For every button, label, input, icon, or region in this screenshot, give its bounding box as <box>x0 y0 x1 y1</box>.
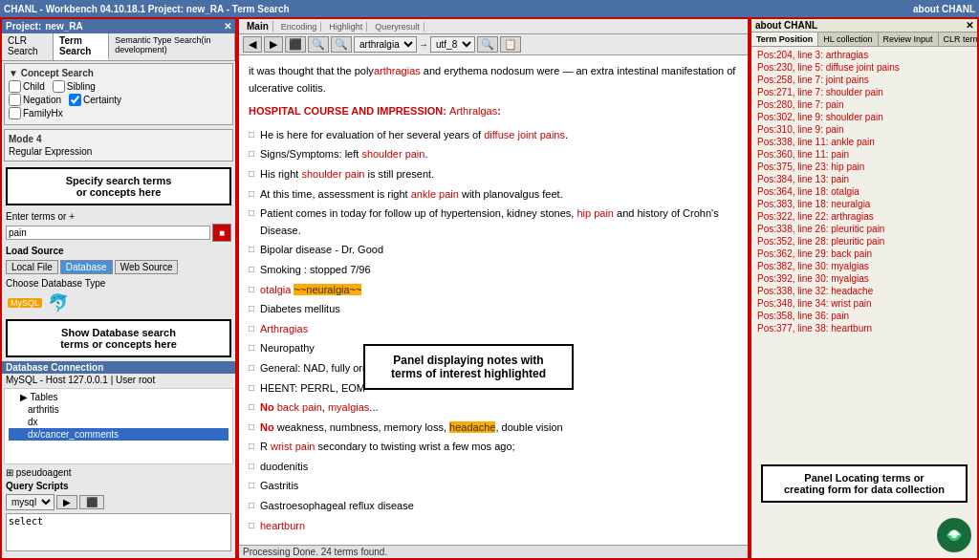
term-item-15[interactable]: Pos:338, line 26: pleuritic pain <box>755 223 973 235</box>
encoding-select[interactable]: utf_8 <box>430 36 475 53</box>
term-item-18[interactable]: Pos:382, line 30: myalgias <box>755 260 973 272</box>
term-item-20[interactable]: Pos:338, line 32: headache <box>755 285 973 297</box>
doc-line-6: □ At this time, assessment is right ankl… <box>249 185 738 205</box>
stop-btn[interactable]: ⬛ <box>285 36 306 53</box>
project-close[interactable]: ✕ <box>224 21 231 32</box>
familyhx-checkbox[interactable] <box>9 107 21 119</box>
mode-section: Mode 4 Regular Expression <box>4 129 233 162</box>
query-engine-select[interactable]: mysql <box>6 494 54 510</box>
line-marker-15: □ <box>249 380 260 396</box>
query-textarea[interactable]: select <box>6 513 231 551</box>
term-item-17[interactable]: Pos:362, line 29: back pain <box>755 248 973 260</box>
search-term-select[interactable]: arthralgia <box>354 36 417 53</box>
line-marker-17: □ <box>249 420 260 435</box>
doc-text-19: duodenitis <box>260 459 738 476</box>
database-btn[interactable]: Database <box>60 260 113 274</box>
tab-review-input[interactable]: Review Input <box>879 32 939 46</box>
document-content[interactable]: it was thought that the polyarthragias a… <box>239 55 748 545</box>
concept-checkbox-row3: FamilyHx <box>9 107 228 119</box>
zoom-in-btn[interactable]: 🔍 <box>308 36 329 53</box>
search-go-btn[interactable]: 🔍 <box>477 36 498 53</box>
doc-text-16: No back pain, myalgias... <box>260 399 738 417</box>
term-item-2[interactable]: Pos:230, line 5: diffuse joint pains <box>755 61 973 74</box>
tree-dx[interactable]: dx <box>9 416 228 428</box>
tab-clr-term-mapping[interactable]: CLR term mapping <box>939 32 979 46</box>
tab-term-position[interactable]: Term Position <box>751 32 818 46</box>
tab-clr-search[interactable]: CLR Search <box>2 33 54 60</box>
term-item-8[interactable]: Pos:338, line 11: ankle pain <box>755 136 973 148</box>
familyhx-checkbox-group[interactable]: FamilyHx <box>9 107 63 119</box>
doc-text-6: At this time, assessment is right ankle … <box>260 186 738 204</box>
term-item-21[interactable]: Pos:348, line 34: wrist pain <box>755 297 973 310</box>
line-marker-22: □ <box>249 518 260 533</box>
fwd-btn[interactable]: ▶ <box>264 36 283 53</box>
doc-line-3: □ He is here for evaluation of her sever… <box>249 126 738 145</box>
tree-dx-cancer[interactable]: dx/cancer_comments <box>9 428 228 441</box>
db-conn-header: Database Connection <box>2 361 235 374</box>
sibling-checkbox-group[interactable]: Sibling <box>53 80 96 93</box>
export-btn[interactable]: 📋 <box>500 36 521 53</box>
term-item-22[interactable]: Pos:358, line 36: pain <box>755 310 973 322</box>
child-checkbox-group[interactable]: Child <box>9 80 45 93</box>
negation-checkbox-group[interactable]: Negation <box>9 94 61 106</box>
line-marker-6: □ <box>249 186 260 202</box>
term-item-10[interactable]: Pos:375, line 23: hip pain <box>755 161 973 173</box>
doc-line-21: □ Gastroesophageal reflux disease <box>249 497 738 516</box>
term-item-3[interactable]: Pos:258, line 7: joint pains <box>755 74 973 86</box>
right-panel: about CHANL ✕ Term Position HL collectio… <box>750 17 979 560</box>
doc-text-8: Bipolar disease - Dr. Good <box>260 242 738 259</box>
search-input[interactable] <box>6 226 210 240</box>
negation-checkbox[interactable] <box>9 94 21 106</box>
db-callout: Show Database search terms or concepts h… <box>6 319 231 357</box>
web-source-btn[interactable]: Web Source <box>115 260 179 274</box>
search-button[interactable]: ■ <box>212 224 231 242</box>
toolbar: Main Encoding Highlight Queryresult <box>239 19 748 34</box>
term-item-11[interactable]: Pos:384, line 13: pain <box>755 173 973 185</box>
doc-text-7: Patient comes in today for follow up of … <box>260 205 738 239</box>
term-item-9[interactable]: Pos:360, line 11: pain <box>755 148 973 161</box>
doc-header: HOSPITAL COURSE AND IMPRESSION: Arthralg… <box>249 103 738 120</box>
term-item-13[interactable]: Pos:383, line 18: neuralgia <box>755 198 973 210</box>
project-label: Project: <box>6 21 41 32</box>
enter-terms-label: Enter terms or + <box>2 209 235 224</box>
tree-arthritis[interactable]: arthritis <box>9 403 228 416</box>
mode-subtitle: Regular Expression <box>9 146 228 157</box>
zoom-out-btn[interactable]: 🔍 <box>331 36 352 53</box>
middle-panel: Main Encoding Highlight Queryresult ◀ ▶ … <box>237 17 750 560</box>
line-marker-20: □ <box>249 478 260 493</box>
term-item-4[interactable]: Pos:271, line 7: shoulder pain <box>755 86 973 98</box>
doc-text-20: Gastritis <box>260 478 738 495</box>
term-item-1[interactable]: Pos:204, line 3: arthragias <box>755 49 973 61</box>
doc-line-5: □ His right shoulder pain is still prese… <box>249 165 738 184</box>
doc-line-16: □ No back pain, myalgias... <box>249 398 738 418</box>
right-panel-header: about CHANL ✕ <box>751 19 977 32</box>
middle-callout-line2: terms of interest highlighted <box>377 367 560 380</box>
highlight-label: Highlight <box>329 22 362 32</box>
term-item-19[interactable]: Pos:392, line 30: myalgias <box>755 272 973 285</box>
term-item-12[interactable]: Pos:364, line 18: otalgia <box>755 185 973 198</box>
tab-hl-collection[interactable]: HL collection <box>818 32 878 46</box>
term-item-7[interactable]: Pos:310, line 9: pain <box>755 123 973 136</box>
certainty-checkbox-group[interactable]: Certainty <box>69 94 121 106</box>
tab-semantic[interactable]: Semantic Type Search(in development) <box>109 33 235 60</box>
sibling-checkbox[interactable] <box>53 80 65 93</box>
term-item-16[interactable]: Pos:352, line 28: pleuritic pain <box>755 235 973 248</box>
back-btn[interactable]: ◀ <box>243 36 262 53</box>
doc-text-4: Signs/Symptoms: left shoulder pain. <box>260 146 738 163</box>
doc-text-1: it was thought that the polyarthragias a… <box>249 63 738 97</box>
tree-tables[interactable]: ▶ Tables <box>9 391 228 403</box>
child-checkbox[interactable] <box>9 80 21 93</box>
term-item-5[interactable]: Pos:280, line 7: pain <box>755 98 973 111</box>
tab-term-search[interactable]: Term Search <box>54 33 109 60</box>
right-panel-close[interactable]: ✕ <box>966 20 973 31</box>
certainty-checkbox[interactable] <box>69 94 81 106</box>
terms-list[interactable]: Pos:204, line 3: arthragias Pos:230, lin… <box>751 47 977 455</box>
logo-area <box>751 512 977 558</box>
term-item-14[interactable]: Pos:322, line 22: arthragias <box>755 210 973 223</box>
query-run-btn[interactable]: ▶ <box>56 495 77 509</box>
about-link[interactable]: about CHANL <box>913 4 975 14</box>
local-file-btn[interactable]: Local File <box>6 260 58 274</box>
term-item-6[interactable]: Pos:302, line 9: shoulder pain <box>755 111 973 123</box>
term-item-23[interactable]: Pos:377, line 38: heartburn <box>755 322 973 334</box>
query-stop-btn[interactable]: ⬛ <box>79 495 104 509</box>
